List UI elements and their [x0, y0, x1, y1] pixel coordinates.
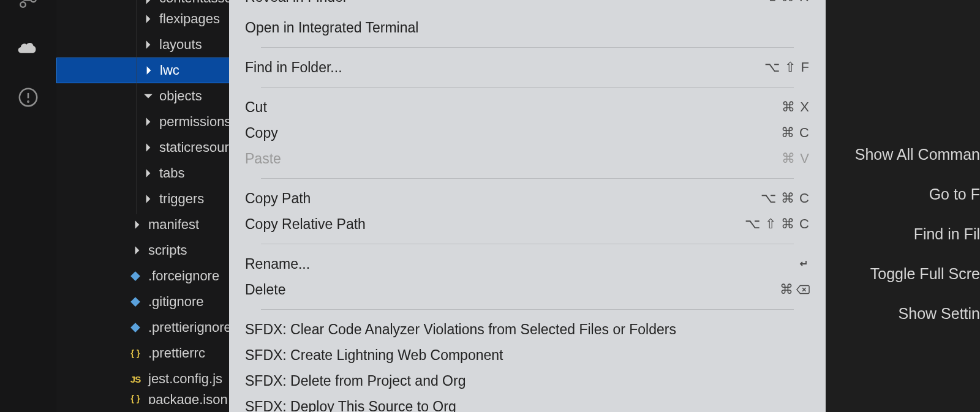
menu-item[interactable]: SFDX: Delete from Project and Org: [245, 368, 810, 394]
menu-item-label: Find in Folder...: [245, 59, 342, 76]
menu-separator: [261, 87, 794, 88]
folder-item[interactable]: triggers: [56, 186, 229, 212]
chevron-right-icon: [143, 64, 155, 77]
folder-item[interactable]: staticresources: [56, 135, 229, 160]
menu-item[interactable]: Rename...: [245, 251, 810, 277]
tree-item-label: .prettierignore: [148, 320, 232, 335]
menu-item[interactable]: SFDX: Deploy This Source to Org: [245, 394, 810, 412]
activity-bar: [0, 0, 56, 412]
menu-item-label: SFDX: Create Lightning Web Component: [245, 347, 503, 364]
folder-item[interactable]: flexipages: [56, 6, 229, 32]
tree-item-label: triggers: [159, 191, 204, 207]
menu-separator: [261, 309, 794, 310]
menu-item-shortcut: ⌘ C: [781, 125, 810, 141]
folder-item[interactable]: manifest: [56, 212, 229, 238]
menu-item-shortcut: ⌘ V: [782, 151, 810, 167]
menu-item-shortcut: ⌥ ⌘ R: [761, 0, 810, 5]
tree-item-label: manifest: [148, 217, 199, 233]
menu-item-shortcut: ⌘ X: [782, 99, 810, 115]
menu-item-label: SFDX: Deploy This Source to Org: [245, 399, 456, 413]
welcome-shortcut-label: Find in Fil: [914, 225, 980, 243]
ignore-file-icon: [129, 269, 142, 283]
tree-item-label: .forceignore: [148, 268, 219, 284]
welcome-shortcut-label: Toggle Full Scre: [870, 265, 980, 283]
tree-item-label: lwc: [160, 62, 179, 78]
chevron-down-icon: [142, 90, 154, 102]
chevron-right-icon: [142, 116, 154, 128]
ignore-file-icon: [129, 321, 142, 334]
salesforce-cloud-icon[interactable]: [18, 38, 39, 59]
menu-item-label: Cut: [245, 99, 267, 116]
menu-item-label: SFDX: Clear Code Analyzer Violations fro…: [245, 321, 676, 338]
file-item[interactable]: .forceignore: [56, 263, 229, 289]
folder-item[interactable]: layouts: [56, 32, 229, 58]
tree-item-label: scripts: [148, 242, 187, 258]
svg-point-2: [31, 0, 36, 2]
menu-item-label: Copy Relative Path: [245, 216, 366, 233]
menu-item[interactable]: Copy Relative Path⌥ ⇧ ⌘ C: [245, 211, 810, 237]
context-menu: Reveal in Finder⌥ ⌘ ROpen in Integrated …: [229, 0, 826, 412]
chevron-right-icon: [142, 141, 154, 154]
menu-item-label: Reveal in Finder: [245, 0, 347, 6]
menu-item-label: Open in Integrated Terminal: [245, 20, 418, 36]
menu-item-label: SFDX: Delete from Project and Org: [245, 373, 466, 389]
folder-item[interactable]: scripts: [56, 238, 229, 263]
menu-item-shortcut: ⌥ ⇧ ⌘ C: [745, 216, 810, 232]
tree-item-label: layouts: [159, 37, 202, 53]
menu-item[interactable]: SFDX: Clear Code Analyzer Violations fro…: [245, 316, 810, 342]
menu-item-shortcut: ⌥ ⌘ C: [761, 190, 810, 206]
menu-item[interactable]: Copy⌘ C: [245, 120, 810, 146]
file-item[interactable]: JSjest.config.js: [56, 366, 229, 392]
file-item[interactable]: .prettierignore: [56, 315, 229, 340]
ignore-file-icon: [129, 295, 142, 309]
folder-item[interactable]: objects: [56, 83, 229, 109]
menu-separator: [261, 178, 794, 179]
tree-item-label: objects: [159, 88, 202, 104]
chevron-right-icon: [142, 167, 154, 179]
chevron-right-icon: [131, 244, 143, 257]
chevron-right-icon: [142, 0, 154, 6]
menu-item[interactable]: SFDX: Create Lightning Web Component: [245, 342, 810, 368]
menu-item[interactable]: Cut⌘ X: [245, 94, 810, 120]
warning-icon[interactable]: [18, 87, 39, 108]
tree-item-label: package.json: [148, 392, 228, 404]
tree-item-label: jest.config.js: [148, 371, 222, 387]
js-file-icon: JS: [129, 372, 142, 386]
menu-item[interactable]: Delete⌘: [245, 277, 810, 302]
file-item[interactable]: .gitignore: [56, 289, 229, 315]
file-item[interactable]: { }package.json: [56, 392, 229, 404]
folder-item[interactable]: lwc: [56, 58, 229, 83]
welcome-shortcut-label: Show Settin: [899, 305, 980, 323]
menu-item-label: Paste: [245, 151, 281, 167]
chevron-right-icon: [131, 219, 143, 231]
menu-item[interactable]: Open in Integrated Terminal: [245, 15, 810, 40]
tree-item-label: .prettierrc: [148, 345, 205, 361]
tree-item-label: .gitignore: [148, 294, 204, 310]
json-file-icon: { }: [129, 346, 142, 360]
chevron-right-icon: [142, 193, 154, 205]
tree-item-label: flexipages: [159, 11, 220, 27]
menu-item[interactable]: Find in Folder...⌥ ⇧ F: [245, 54, 810, 80]
folder-item[interactable]: permissionsets: [56, 109, 229, 135]
indent-guide: [137, 0, 137, 214]
folder-item[interactable]: tabs: [56, 160, 229, 186]
svg-point-5: [28, 101, 28, 102]
menu-separator: [261, 244, 794, 244]
menu-item-shortcut: ⌘: [780, 282, 810, 298]
menu-item-shortcut: [797, 258, 810, 270]
menu-item-label: Rename...: [245, 256, 310, 272]
welcome-shortcut-label: Go to F: [929, 185, 980, 203]
tree-item-label: tabs: [159, 165, 185, 181]
menu-item[interactable]: Copy Path⌥ ⌘ C: [245, 185, 810, 211]
menu-item-label: Copy: [245, 125, 278, 141]
menu-item-label: Delete: [245, 282, 285, 298]
menu-separator: [261, 47, 794, 48]
svg-point-1: [20, 2, 26, 7]
menu-item[interactable]: Reveal in Finder⌥ ⌘ R: [245, 0, 810, 15]
menu-item-label: Copy Path: [245, 190, 311, 207]
folder-item[interactable]: contentassets: [56, 0, 229, 6]
menu-item: Paste⌘ V: [245, 146, 810, 171]
welcome-shortcut-label: Show All Comman: [855, 146, 980, 163]
file-item[interactable]: { }.prettierrc: [56, 340, 229, 366]
source-control-icon[interactable]: [18, 0, 39, 10]
